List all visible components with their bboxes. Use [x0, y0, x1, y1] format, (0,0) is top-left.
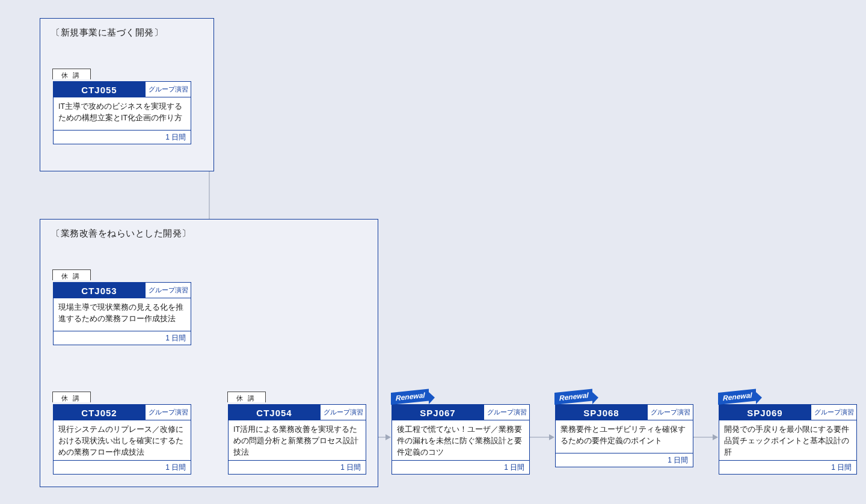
card-spj069[interactable]: Renewal SPJ069 グループ演習 開発での手戻りを最小限にする要件品質… [719, 404, 857, 475]
card-code: SPJ068 [556, 405, 647, 420]
card-tag: グループ演習 [647, 405, 693, 420]
card-code: CTJ055 [54, 82, 145, 97]
badge-suspended: 休講 [52, 269, 91, 280]
card-desc: 開発での手戻りを最小限にする要件品質チェックポイントと基本設計の肝 [719, 420, 856, 460]
badge-renewal: Renewal [718, 392, 762, 406]
card-tag: グループ演習 [145, 283, 191, 298]
card-duration: 1日間 [719, 460, 856, 474]
badge-suspended: 休講 [52, 392, 91, 402]
badge-suspended: 休講 [227, 392, 266, 402]
group-title: 〔業務改善をねらいとした開発〕 [51, 228, 367, 239]
card-duration: 1日間 [54, 460, 191, 474]
card-duration: 1日間 [54, 130, 191, 144]
card-duration: 1日間 [392, 460, 529, 474]
card-spj067[interactable]: Renewal SPJ067 グループ演習 後工程で慌てない！ユーザ／業務要件の… [392, 404, 530, 475]
badge-renewal: Renewal [391, 392, 435, 406]
card-duration: 1日間 [54, 331, 191, 345]
card-code: CTJ052 [54, 405, 145, 420]
badge-renewal: Renewal [554, 392, 598, 406]
card-ctj053[interactable]: 休講 CTJ053 グループ演習 現場主導で現状業務の見える化を推進するための業… [53, 282, 191, 345]
card-ctj054[interactable]: 休講 CTJ054 グループ演習 IT活用による業務改善を実現するための問題分析… [228, 404, 366, 475]
svg-marker-6 [385, 434, 391, 440]
card-code: SPJ067 [392, 405, 484, 420]
card-desc: 後工程で慌てない！ユーザ／業務要件の漏れを未然に防ぐ業務設計と要件定義のコツ [392, 420, 529, 460]
card-duration: 1日間 [556, 453, 693, 467]
card-desc: 現場主導で現状業務の見える化を推進するための業務フロー作成技法 [54, 298, 191, 331]
card-desc: 現行システムのリプレース／改修における現状洗い出しを確実にするための業務フロー作… [54, 420, 191, 460]
svg-marker-8 [549, 434, 554, 440]
badge-suspended: 休講 [52, 69, 91, 79]
card-tag: グループ演習 [811, 405, 856, 420]
card-duration: 1日間 [229, 460, 366, 474]
card-tag: グループ演習 [320, 405, 366, 420]
card-desc: IT活用による業務改善を実現するための問題分析と新業務プロセス設計技法 [229, 420, 366, 460]
card-desc: 業務要件とユーザビリティを確保するための要件定義のポイント [556, 420, 693, 453]
card-tag: グループ演習 [145, 405, 191, 420]
card-spj068[interactable]: Renewal SPJ068 グループ演習 業務要件とユーザビリティを確保するた… [555, 404, 693, 467]
group-title: 〔新規事業に基づく開発〕 [51, 27, 203, 38]
card-code: CTJ053 [54, 283, 145, 298]
card-desc: IT主導で攻めのビジネスを実現するための構想立案とIT化企画の作り方 [54, 97, 191, 130]
card-ctj052[interactable]: 休講 CTJ052 グループ演習 現行システムのリプレース／改修における現状洗い… [53, 404, 191, 475]
card-ctj055[interactable]: 休講 CTJ055 グループ演習 IT主導で攻めのビジネスを実現するための構想立… [53, 81, 191, 144]
card-code: CTJ054 [229, 405, 320, 420]
card-tag: グループ演習 [484, 405, 529, 420]
card-code: SPJ069 [719, 405, 811, 420]
card-tag: グループ演習 [145, 82, 191, 97]
svg-marker-10 [713, 434, 718, 440]
